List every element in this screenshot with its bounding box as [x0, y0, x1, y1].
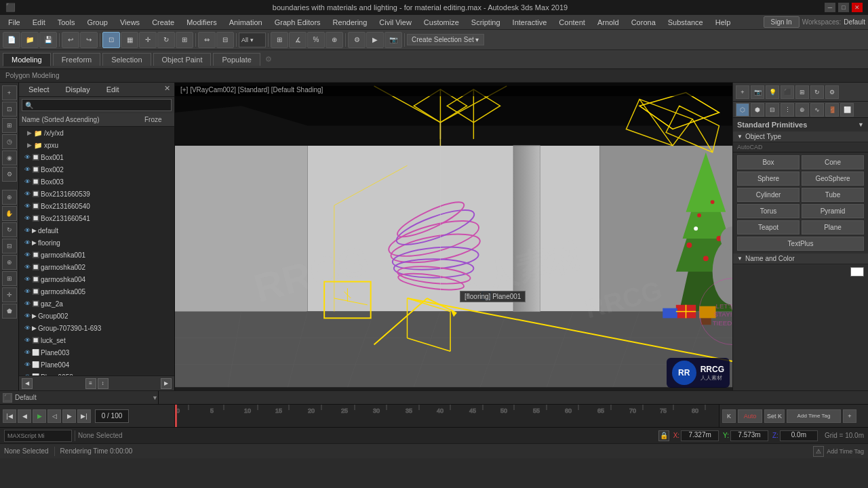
tab-freeform[interactable]: Freeform — [53, 53, 101, 66]
menu-substance[interactable]: Substance — [663, 17, 709, 28]
menu-interactive[interactable]: Interactive — [507, 17, 553, 28]
rp-ext-prims-icon[interactable]: ⬢ — [751, 103, 764, 117]
prim-tube[interactable]: Tube — [802, 188, 864, 202]
close-button[interactable]: ✕ — [852, 3, 863, 12]
menu-rendering[interactable]: Rendering — [328, 17, 373, 28]
list-item[interactable]: 👁 ⬜ Plane004 — [19, 359, 174, 371]
list-item[interactable]: ▶ 📁 xpxu — [19, 139, 174, 151]
left-hierarchy-icon[interactable]: ⊞ — [2, 118, 17, 133]
left-measure-icon[interactable]: ⊞ — [2, 271, 17, 286]
maxscript-field[interactable]: MAXScript Mi — [4, 430, 72, 442]
tl-add-time[interactable]: Add Time Tag — [787, 409, 841, 423]
list-item[interactable]: 👁 ▶ flooring — [19, 237, 174, 249]
frame-input[interactable] — [95, 409, 129, 423]
prim-teapot[interactable]: Teapot — [737, 220, 800, 235]
viewport-3d[interactable]: [+] [VRayCam002] [Standard] [Default Sha… — [175, 83, 732, 390]
prim-cone[interactable]: Cone — [802, 155, 864, 169]
scene-edit-btn[interactable]: Edit — [101, 84, 125, 95]
x-value[interactable]: 7.327m — [681, 430, 719, 441]
prim-plane[interactable]: Plane — [802, 220, 864, 235]
rp-particles-icon[interactable]: ⋮ — [781, 103, 794, 117]
rp-spacewarp-icon[interactable]: ↻ — [810, 85, 824, 99]
coord-lock-btn[interactable]: 🔒 — [658, 430, 669, 441]
list-item[interactable]: 👁 ⬜ Plane9958 — [19, 371, 174, 375]
menu-civil-view[interactable]: Civil View — [374, 17, 416, 28]
menu-content[interactable]: Content — [553, 17, 591, 28]
menu-graph-editors[interactable]: Graph Editors — [269, 17, 326, 28]
menu-customize[interactable]: Customize — [418, 17, 465, 28]
y-value[interactable]: 7.573m — [730, 430, 768, 441]
left-field-icon[interactable]: ⊟ — [2, 239, 17, 253]
left-orbit-icon[interactable]: ↻ — [2, 222, 17, 237]
layer-arrow[interactable]: ▼ — [152, 394, 158, 401]
rp-system-icon[interactable]: ⚙ — [825, 85, 839, 99]
color-swatch[interactable] — [850, 267, 864, 277]
tl-next-key[interactable]: ▶| — [77, 409, 91, 423]
list-item[interactable]: 👁 🔲 Box001 — [19, 151, 174, 163]
list-item[interactable]: 👁 🔲 luck_set — [19, 334, 174, 346]
list-item[interactable]: 👁 ▶ Group002 — [19, 310, 174, 322]
scene-display-btn[interactable]: Display — [60, 84, 96, 95]
rp-std-prims-icon[interactable]: ⬡ — [736, 103, 749, 117]
prim-sphere[interactable]: Sphere — [737, 171, 800, 186]
list-item[interactable]: ▶ 📁 /x/y/xd — [19, 127, 174, 139]
menu-scripting[interactable]: Scripting — [466, 17, 506, 28]
timeline-track-area[interactable]: 0 5 10 15 20 25 30 35 40 45 50 — [175, 405, 719, 427]
list-item[interactable]: 👁 ▶ Group-707390-1-693 — [19, 322, 174, 334]
tb-render[interactable]: ▶ — [366, 32, 384, 48]
rp-camera-icon[interactable]: 📷 — [751, 85, 764, 99]
left-xform-icon[interactable]: ✛ — [2, 287, 17, 302]
rp-door-icon[interactable]: 🚪 — [825, 103, 839, 117]
rp-helper-icon[interactable]: ⊞ — [795, 85, 809, 99]
tl-prev-frame[interactable]: ◀ — [18, 409, 31, 423]
tb-mirror[interactable]: ⇔ — [198, 32, 216, 48]
left-modify-icon[interactable]: ⊡ — [2, 102, 17, 117]
tb-rotate[interactable]: ↻ — [157, 32, 175, 48]
scene-sort-btn[interactable]: ↕ — [98, 378, 108, 389]
tb-open[interactable]: 📁 — [21, 32, 39, 48]
tb-spinner-snap[interactable]: ⊕ — [326, 32, 343, 48]
left-utilities-icon[interactable]: ⚙ — [2, 167, 17, 182]
tb-new[interactable]: 📄 — [3, 32, 20, 48]
prim-pyramid[interactable]: Pyramid — [802, 204, 864, 218]
tb-select[interactable]: ⊡ — [102, 32, 120, 48]
list-item[interactable]: 👁 🔲 gaz_2a — [19, 298, 174, 310]
prim-box[interactable]: Box — [737, 155, 800, 169]
menu-help[interactable]: Help — [710, 17, 736, 28]
menu-arnold[interactable]: Arnold — [592, 17, 625, 28]
minimize-button[interactable]: ─ — [825, 3, 835, 12]
menu-animation[interactable]: Animation — [224, 17, 268, 28]
name-color-section[interactable]: Name and Color — [733, 253, 868, 264]
list-item[interactable]: 👁 🔲 garmoshka005 — [19, 285, 174, 298]
menu-corona[interactable]: Corona — [626, 17, 661, 28]
filter-dropdown[interactable]: All ▾ — [239, 33, 266, 47]
tab-selection[interactable]: Selection — [102, 53, 151, 66]
menu-file[interactable]: File — [3, 17, 26, 28]
list-item[interactable]: 👁 🔲 Box002 — [19, 163, 174, 176]
prim-geosphere[interactable]: GeoSphere — [802, 171, 864, 186]
tb-angle-snap[interactable]: ∡ — [289, 32, 307, 48]
rp-light-icon[interactable]: 💡 — [766, 85, 779, 99]
signin-button[interactable]: Sign In — [764, 16, 800, 28]
menu-group[interactable]: Group — [81, 17, 113, 28]
rp-geometry-icon[interactable]: ⬛ — [781, 85, 794, 99]
tab-populate[interactable]: Populate — [213, 53, 260, 66]
rp-nurbs-icon[interactable]: ∿ — [810, 103, 824, 117]
left-snap-icon[interactable]: ⊕ — [2, 255, 17, 270]
tl-auto-key[interactable]: Auto — [738, 409, 762, 423]
list-item[interactable]: 👁 🔲 Box2131660540 — [19, 200, 174, 212]
list-item[interactable]: 👁 🔲 garmoshka002 — [19, 261, 174, 273]
list-item[interactable]: 👁 🔲 Box2131660541 — [19, 212, 174, 224]
rp-plus-icon[interactable]: + — [736, 85, 749, 99]
prim-cylinder[interactable]: Cylinder — [737, 188, 800, 202]
tb-snap-toggle[interactable]: ⊞ — [271, 32, 288, 48]
status-warning-btn[interactable]: ⚠ — [813, 446, 824, 457]
prim-torus[interactable]: Torus — [737, 204, 800, 218]
rp-compound-icon[interactable]: ⊟ — [766, 103, 779, 117]
menu-create[interactable]: Create — [146, 17, 180, 28]
tl-plus[interactable]: + — [843, 409, 856, 423]
rp-window-icon[interactable]: ⬜ — [840, 103, 854, 117]
prim-textplus[interactable]: TextPlus — [737, 237, 864, 251]
left-display-icon[interactable]: ◉ — [2, 150, 17, 165]
tb-move[interactable]: ✛ — [139, 32, 157, 48]
